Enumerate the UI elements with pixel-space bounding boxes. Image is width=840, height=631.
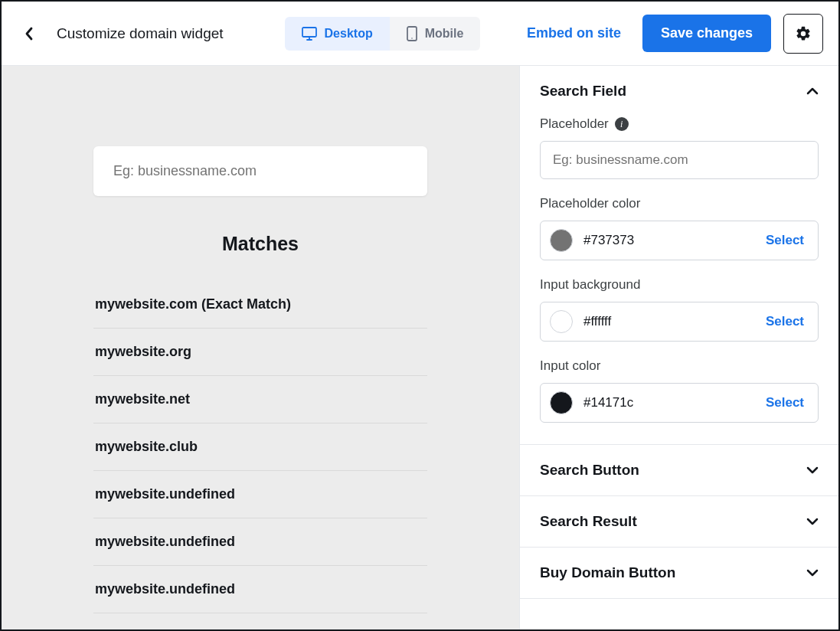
preview-search-input[interactable]: Eg: businessname.com — [93, 146, 427, 196]
match-item[interactable]: mywebsite.undefined — [93, 518, 427, 566]
placeholder-color-swatch[interactable] — [550, 229, 573, 252]
svg-point-2 — [411, 38, 413, 39]
mobile-icon — [407, 26, 417, 41]
match-item[interactable]: mywebsite.undefined — [93, 471, 427, 518]
input-bg-select[interactable]: Select — [766, 314, 804, 329]
accordion-header-search-result[interactable]: Search Result — [520, 496, 838, 547]
chevron-left-icon — [25, 27, 34, 41]
page-title: Customize domain widget — [57, 25, 224, 42]
match-item[interactable]: mywebsite.com (Exact Match) — [93, 281, 427, 329]
input-color-value: #14171c — [583, 395, 633, 410]
accordion-title: Search Field — [540, 83, 626, 100]
desktop-icon — [302, 27, 317, 41]
chevron-down-icon — [806, 518, 819, 525]
chevron-down-icon — [806, 466, 819, 474]
match-item[interactable]: mywebsite.undefined — [93, 566, 427, 613]
match-domain: mywebsite.club — [95, 439, 198, 454]
placeholder-label: Placeholder i — [540, 116, 819, 132]
chevron-up-icon — [806, 87, 819, 95]
results-list: mywebsite.com (Exact Match)mywebsite.org… — [93, 281, 427, 613]
accordion-search-result: Search Result — [520, 496, 838, 548]
svg-rect-0 — [302, 28, 316, 37]
view-toggle-desktop-label: Desktop — [325, 27, 373, 41]
view-toggle-group: Desktop Mobile — [285, 17, 481, 51]
view-toggle-mobile-label: Mobile — [425, 27, 464, 41]
settings-button[interactable] — [783, 14, 823, 54]
chevron-down-icon — [806, 569, 819, 577]
gear-icon — [795, 25, 812, 42]
match-domain: mywebsite.org — [95, 344, 191, 359]
match-domain: mywebsite.net — [95, 391, 190, 407]
input-bg-swatch[interactable] — [550, 310, 573, 333]
placeholder-color-label: Placeholder color — [540, 196, 819, 211]
view-toggle-desktop[interactable]: Desktop — [285, 17, 390, 51]
exact-match-badge: (Exact Match) — [198, 296, 291, 312]
match-domain: mywebsite.com — [95, 296, 198, 312]
match-domain: mywebsite.undefined — [95, 581, 235, 597]
input-color-label: Input color — [540, 358, 819, 374]
match-domain: mywebsite.undefined — [95, 534, 235, 549]
embed-link[interactable]: Embed on site — [527, 25, 621, 41]
preview-pane: Eg: businessname.com Matches mywebsite.c… — [2, 66, 520, 629]
accordion-buy-domain-button: Buy Domain Button — [520, 548, 838, 599]
save-button[interactable]: Save changes — [642, 15, 771, 52]
placeholder-color-row: #737373 Select — [540, 221, 819, 260]
accordion-search-field: Search Field Placeholder i Placeholder c… — [520, 66, 838, 445]
match-item[interactable]: mywebsite.net — [93, 376, 427, 423]
placeholder-label-text: Placeholder — [540, 116, 609, 132]
view-toggle-mobile[interactable]: Mobile — [390, 17, 481, 51]
accordion-search-button: Search Button — [520, 445, 838, 496]
match-item[interactable]: mywebsite.club — [93, 423, 427, 471]
accordion-header-search-field[interactable]: Search Field — [520, 66, 838, 116]
input-bg-value: #ffffff — [583, 314, 611, 329]
back-button[interactable] — [17, 21, 41, 46]
match-item[interactable]: mywebsite.org — [93, 329, 427, 376]
settings-panel: Search Field Placeholder i Placeholder c… — [520, 66, 838, 629]
input-bg-label: Input background — [540, 277, 819, 293]
placeholder-color-value: #737373 — [583, 233, 634, 248]
match-domain: mywebsite.undefined — [95, 486, 235, 502]
accordion-title: Buy Domain Button — [540, 564, 675, 581]
input-color-row: #14171c Select — [540, 383, 819, 423]
placeholder-input[interactable] — [540, 141, 819, 179]
matches-heading: Matches — [93, 233, 427, 255]
input-bg-row: #ffffff Select — [540, 302, 819, 342]
input-color-select[interactable]: Select — [766, 395, 804, 410]
accordion-title: Search Button — [540, 462, 639, 479]
placeholder-color-select[interactable]: Select — [766, 233, 804, 248]
accordion-header-buy-domain[interactable]: Buy Domain Button — [520, 548, 838, 598]
info-icon[interactable]: i — [615, 117, 629, 131]
accordion-header-search-button[interactable]: Search Button — [520, 445, 838, 495]
accordion-title: Search Result — [540, 513, 637, 530]
input-color-swatch[interactable] — [550, 391, 573, 414]
header-bar: Customize domain widget Desktop Mobile E… — [2, 2, 838, 66]
